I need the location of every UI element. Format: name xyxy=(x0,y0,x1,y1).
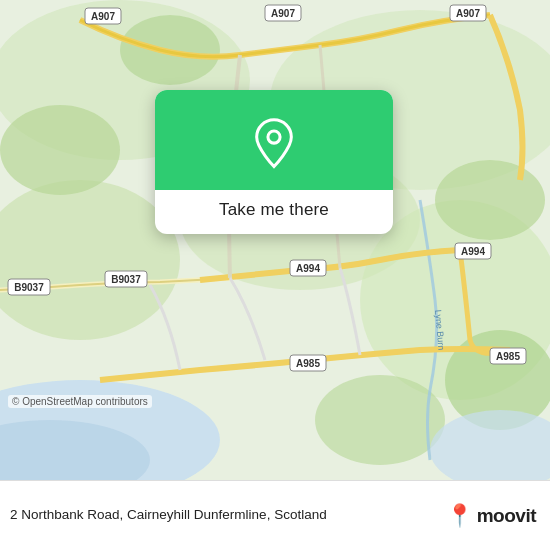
location-pin-icon xyxy=(248,118,300,170)
moovit-pin-icon: 📍 xyxy=(446,503,473,529)
svg-point-6 xyxy=(0,105,120,195)
svg-point-8 xyxy=(435,160,545,240)
road-label-a994-r: A994 xyxy=(461,246,485,257)
address-text: 2 Northbank Road, Cairneyhill Dunfermlin… xyxy=(10,506,446,525)
bottom-bar: 2 Northbank Road, Cairneyhill Dunfermlin… xyxy=(0,480,550,550)
road-label-a907-tc: A907 xyxy=(271,8,295,19)
moovit-label: moovit xyxy=(477,505,536,527)
svg-point-10 xyxy=(315,375,445,465)
road-label-a985-c: A985 xyxy=(296,358,320,369)
copyright-text: © OpenStreetMap contributors xyxy=(8,395,152,408)
moovit-logo: 📍 moovit xyxy=(446,503,536,529)
map-svg: A907 A907 A907 B9037 B9037 A994 A994 A98… xyxy=(0,0,550,480)
overlay-card: Take me there xyxy=(155,90,393,234)
card-green-area xyxy=(155,90,393,190)
card-button-area[interactable]: Take me there xyxy=(155,190,393,234)
road-label-b9037-l: B9037 xyxy=(14,282,44,293)
road-label-b9037-c: B9037 xyxy=(111,274,141,285)
map-container: A907 A907 A907 B9037 B9037 A994 A994 A98… xyxy=(0,0,550,480)
road-label-a994-c: A994 xyxy=(296,263,320,274)
road-label-a985-r: A985 xyxy=(496,351,520,362)
road-label-a907-tr: A907 xyxy=(456,8,480,19)
take-me-there-button[interactable]: Take me there xyxy=(219,200,329,220)
road-label-a907-tl: A907 xyxy=(91,11,115,22)
svg-point-23 xyxy=(268,131,280,143)
